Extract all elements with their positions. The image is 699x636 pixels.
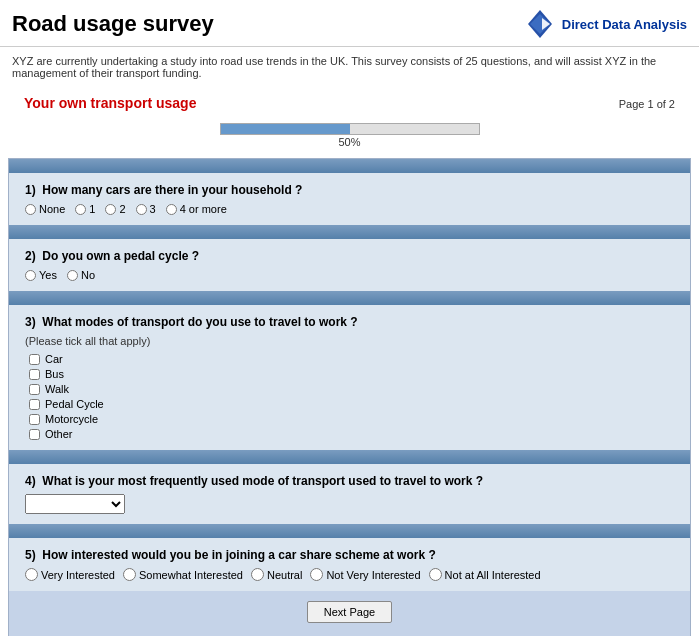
q5-option-veryinterested[interactable]: Very Interested xyxy=(25,568,115,581)
q3-check-other[interactable] xyxy=(29,429,40,440)
q3-check-car[interactable] xyxy=(29,354,40,365)
question-4-block: 4) What is your most frequently used mod… xyxy=(9,464,690,524)
q5-option-notvery[interactable]: Not Very Interested xyxy=(310,568,420,581)
q2-option-no[interactable]: No xyxy=(67,269,95,281)
q5-option-neutral[interactable]: Neutral xyxy=(251,568,302,581)
q1-radio-4more[interactable] xyxy=(166,204,177,215)
logo-text: Direct Data Analysis xyxy=(562,17,687,32)
q3-option-walk[interactable]: Walk xyxy=(29,383,674,395)
q2-radio-no[interactable] xyxy=(67,270,78,281)
question-5-block: 5) How interested would you be in joinin… xyxy=(9,538,690,591)
q2-radio-yes[interactable] xyxy=(25,270,36,281)
question-1-options: None 1 2 3 4 or more xyxy=(25,203,674,215)
q3-check-motorcycle[interactable] xyxy=(29,414,40,425)
q1-option-4more[interactable]: 4 or more xyxy=(166,203,227,215)
page-indicator: Page 1 of 2 xyxy=(619,98,687,110)
q3-option-other[interactable]: Other xyxy=(29,428,674,440)
q2-separator xyxy=(9,225,690,239)
question-1-block: 1) How many cars are there in your house… xyxy=(9,173,690,225)
question-2-title: 2) Do you own a pedal cycle ? xyxy=(25,249,674,263)
question-5-title: 5) How interested would you be in joinin… xyxy=(25,548,674,562)
progress-bar-outer xyxy=(220,123,480,135)
q3-check-bus[interactable] xyxy=(29,369,40,380)
q1-radio-none[interactable] xyxy=(25,204,36,215)
q3-check-pedalcycle[interactable] xyxy=(29,399,40,410)
question-2-options: Yes No xyxy=(25,269,674,281)
q1-option-none[interactable]: None xyxy=(25,203,65,215)
logo-icon xyxy=(524,8,556,40)
q4-dropdown[interactable]: Car Bus Walk Pedal Cycle Motorcycle Othe… xyxy=(25,494,125,514)
q5-separator xyxy=(9,524,690,538)
logo-area: Direct Data Analysis xyxy=(524,8,687,40)
q5-radio-neutral[interactable] xyxy=(251,568,264,581)
progress-bar-inner xyxy=(221,124,350,134)
intro-text: XYZ are currently undertaking a study in… xyxy=(0,47,699,87)
q3-separator xyxy=(9,291,690,305)
q5-radio-notvery[interactable] xyxy=(310,568,323,581)
q1-radio-1[interactable] xyxy=(75,204,86,215)
question-4-dropdown-wrap: Car Bus Walk Pedal Cycle Motorcycle Othe… xyxy=(25,494,674,514)
q1-radio-2[interactable] xyxy=(105,204,116,215)
q3-option-pedalcycle[interactable]: Pedal Cycle xyxy=(29,398,674,410)
question-4-title: 4) What is your most frequently used mod… xyxy=(25,474,674,488)
question-1-title: 1) How many cars are there in your house… xyxy=(25,183,674,197)
question-3-block: 3) What modes of transport do you use to… xyxy=(9,305,690,450)
q3-option-car[interactable]: Car xyxy=(29,353,674,365)
page-title: Road usage survey xyxy=(12,11,214,37)
q1-option-2[interactable]: 2 xyxy=(105,203,125,215)
question-3-options: Car Bus Walk Pedal Cycle Motorcycle Othe… xyxy=(25,353,674,440)
next-page-button[interactable]: Next Page xyxy=(307,601,392,623)
progress-label: 50% xyxy=(338,136,360,148)
q1-radio-3[interactable] xyxy=(136,204,147,215)
q3-option-motorcycle[interactable]: Motorcycle xyxy=(29,413,674,425)
q5-radio-somewhatinterested[interactable] xyxy=(123,568,136,581)
q5-option-notatall[interactable]: Not at All Interested xyxy=(429,568,541,581)
question-3-title: 3) What modes of transport do you use to… xyxy=(25,315,674,329)
progress-container: 50% xyxy=(0,117,699,150)
button-row: Next Page xyxy=(9,591,690,633)
question-3-subtext: (Please tick all that apply) xyxy=(25,335,674,347)
q1-option-1[interactable]: 1 xyxy=(75,203,95,215)
q3-check-walk[interactable] xyxy=(29,384,40,395)
q2-option-yes[interactable]: Yes xyxy=(25,269,57,281)
q3-option-bus[interactable]: Bus xyxy=(29,368,674,380)
q5-radio-notatall[interactable] xyxy=(429,568,442,581)
section-title: Your own transport usage xyxy=(12,91,208,115)
q4-separator xyxy=(9,450,690,464)
question-2-block: 2) Do you own a pedal cycle ? Yes No xyxy=(9,239,690,291)
q1-separator xyxy=(9,159,690,173)
q5-option-somewhatinterested[interactable]: Somewhat Interested xyxy=(123,568,243,581)
question-5-options: Very Interested Somewhat Interested Neut… xyxy=(25,568,674,581)
title-row: Your own transport usage Page 1 of 2 xyxy=(0,87,699,117)
survey-body: 1) How many cars are there in your house… xyxy=(8,158,691,636)
q1-option-3[interactable]: 3 xyxy=(136,203,156,215)
header: Road usage survey Direct Data Analysis xyxy=(0,0,699,47)
q5-radio-veryinterested[interactable] xyxy=(25,568,38,581)
